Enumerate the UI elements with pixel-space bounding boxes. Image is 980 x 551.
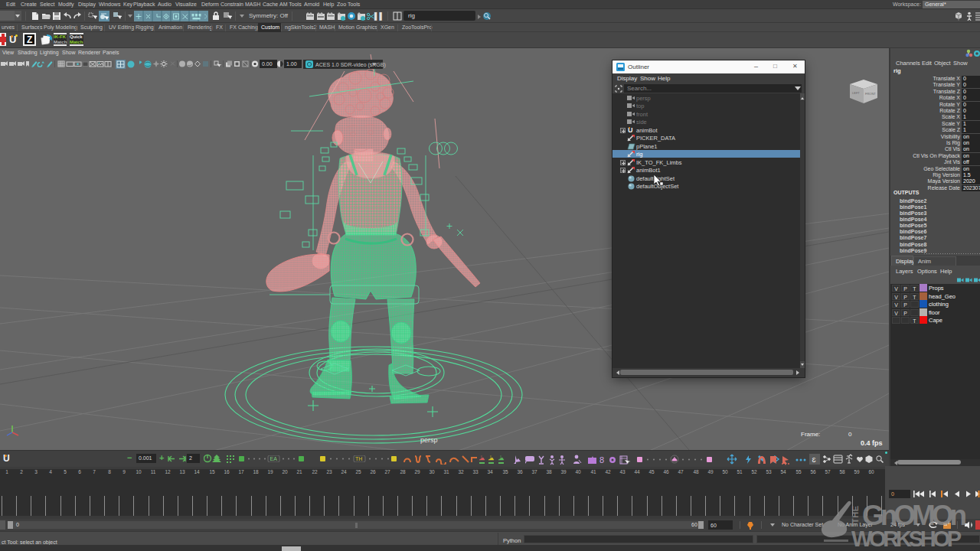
svg-text:TH: TH <box>355 456 362 461</box>
svg-text:0.4 fps: 0.4 fps <box>861 439 883 447</box>
svg-text:1.00: 1.00 <box>286 61 297 67</box>
svg-text:persp: persp <box>420 436 438 444</box>
svg-text:FRONT: FRONT <box>865 92 876 96</box>
svg-text:0: 0 <box>848 431 852 438</box>
svg-text:LEFT: LEFT <box>852 91 860 95</box>
svg-text:ɛ: ɛ <box>812 455 816 464</box>
svg-text:Frame:: Frame: <box>801 431 820 438</box>
svg-text:EA: EA <box>270 456 278 461</box>
svg-text:0.00: 0.00 <box>262 61 273 67</box>
svg-text:8: 8 <box>599 455 604 465</box>
